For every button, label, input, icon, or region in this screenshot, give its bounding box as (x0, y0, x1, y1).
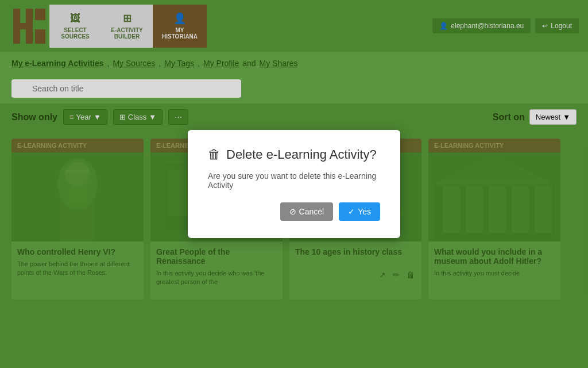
modal-overlay: 🗑 Delete e-Learning Activity? Are you su… (0, 0, 588, 368)
yes-button[interactable]: ✓ Yes (339, 202, 380, 221)
modal-title: 🗑 Delete e-Learning Activity? (208, 147, 380, 162)
ban-icon: ⊘ (289, 207, 296, 216)
trash-icon: 🗑 (208, 147, 220, 162)
modal-body: Are you sure you want to delete this e-L… (208, 171, 380, 190)
delete-modal: 🗑 Delete e-Learning Activity? Are you su… (188, 130, 400, 238)
modal-actions: ⊘ Cancel ✓ Yes (208, 202, 380, 221)
check-icon: ✓ (348, 207, 355, 216)
cancel-button[interactable]: ⊘ Cancel (280, 202, 334, 221)
